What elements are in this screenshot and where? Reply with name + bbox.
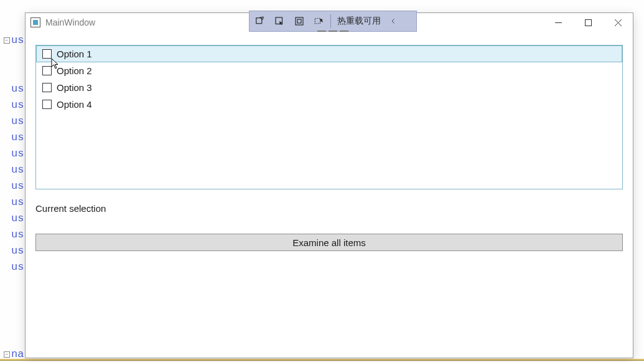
close-button[interactable] <box>603 13 633 32</box>
minimize-button[interactable] <box>543 13 573 32</box>
svg-rect-2 <box>296 17 303 25</box>
toolbar-grip[interactable] <box>317 31 348 32</box>
options-listbox[interactable]: Option 1Option 2Option 3Option 4 <box>35 45 623 189</box>
option-label: Option 4 <box>57 99 92 110</box>
client-area: Option 1Option 2Option 3Option 4 Current… <box>26 35 633 358</box>
checkbox[interactable] <box>42 83 52 92</box>
svg-rect-0 <box>256 18 262 24</box>
svg-rect-4 <box>315 19 320 24</box>
debug-select-element-icon[interactable] <box>269 12 289 31</box>
toolbar-separator <box>330 14 331 28</box>
main-window: MainWindow Option 1Option 2Option 3Optio… <box>25 12 633 358</box>
list-item[interactable]: Option 1 <box>36 45 622 62</box>
option-label: Option 1 <box>57 49 92 59</box>
hot-reload-label[interactable]: 热重载可用 <box>332 16 386 27</box>
chevron-left-icon[interactable] <box>386 17 401 25</box>
app-icon <box>30 17 40 27</box>
current-selection-label: Current selection <box>35 203 623 214</box>
debug-layout-adorners-icon[interactable] <box>289 12 309 31</box>
option-label: Option 3 <box>57 82 92 93</box>
svg-rect-3 <box>297 19 301 23</box>
list-item[interactable]: Option 2 <box>36 62 622 79</box>
examine-all-items-button[interactable]: Examine all items <box>35 234 623 251</box>
debug-live-visual-tree-icon[interactable] <box>250 12 269 31</box>
debug-track-focus-icon[interactable] <box>309 12 329 31</box>
checkbox[interactable] <box>42 100 52 109</box>
svg-rect-5 <box>585 19 591 26</box>
option-label: Option 2 <box>57 65 92 76</box>
list-item[interactable]: Option 3 <box>36 79 622 96</box>
maximize-button[interactable] <box>573 13 603 32</box>
window-title: MainWindow <box>45 17 95 27</box>
examine-button-label: Examine all items <box>292 237 366 248</box>
list-item[interactable]: Option 4 <box>36 96 622 113</box>
checkbox[interactable] <box>42 66 52 75</box>
debug-toolbar[interactable]: 热重载可用 <box>249 11 417 32</box>
checkbox[interactable] <box>42 49 52 59</box>
bottom-bevel <box>0 359 644 361</box>
